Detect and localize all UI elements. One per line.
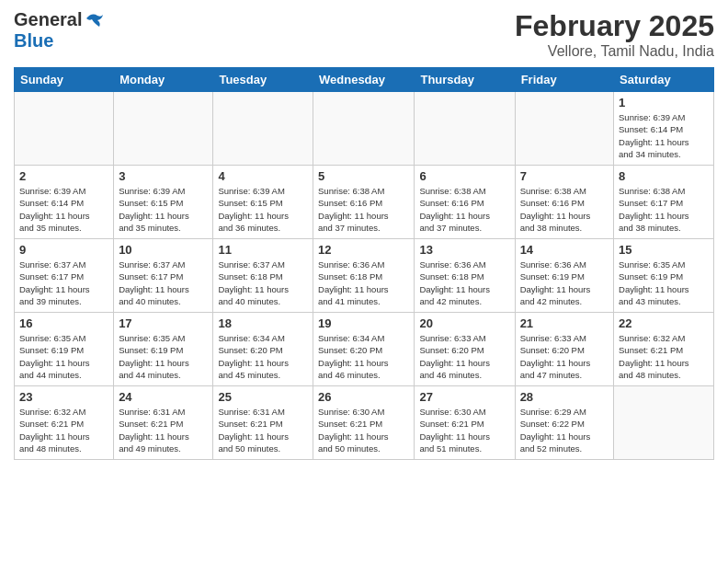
day-number: 17	[119, 316, 208, 330]
calendar-cell	[614, 386, 714, 460]
day-number: 23	[19, 390, 108, 404]
logo-text: General	[14, 9, 82, 30]
day-number: 21	[520, 316, 609, 330]
day-number: 26	[318, 390, 409, 404]
day-number: 5	[318, 169, 409, 183]
day-number: 18	[218, 316, 308, 330]
day-info: Sunrise: 6:36 AM Sunset: 6:18 PM Dayligh…	[318, 259, 409, 307]
calendar-cell: 22Sunrise: 6:32 AM Sunset: 6:21 PM Dayli…	[614, 313, 714, 386]
calendar-cell: 16Sunrise: 6:35 AM Sunset: 6:19 PM Dayli…	[15, 313, 114, 386]
day-info: Sunrise: 6:31 AM Sunset: 6:21 PM Dayligh…	[218, 406, 308, 454]
day-info: Sunrise: 6:31 AM Sunset: 6:21 PM Dayligh…	[119, 406, 208, 454]
day-info: Sunrise: 6:32 AM Sunset: 6:21 PM Dayligh…	[619, 332, 709, 381]
day-info: Sunrise: 6:36 AM Sunset: 6:19 PM Dayligh…	[520, 259, 609, 307]
day-number: 1	[619, 96, 709, 109]
calendar-cell: 1Sunrise: 6:39 AM Sunset: 6:14 PM Daylig…	[614, 92, 714, 166]
day-info: Sunrise: 6:39 AM Sunset: 6:14 PM Dayligh…	[19, 185, 108, 234]
day-info: Sunrise: 6:30 AM Sunset: 6:21 PM Dayligh…	[318, 406, 409, 454]
day-info: Sunrise: 6:30 AM Sunset: 6:21 PM Dayligh…	[419, 406, 509, 454]
calendar-cell: 17Sunrise: 6:35 AM Sunset: 6:19 PM Dayli…	[114, 313, 213, 386]
page-header: General Blue February 2025 Vellore, Tami…	[14, 9, 714, 60]
location-title: Vellore, Tamil Nadu, India	[515, 43, 714, 60]
day-number: 16	[19, 316, 108, 330]
day-number: 27	[419, 390, 509, 404]
title-section: February 2025 Vellore, Tamil Nadu, India	[515, 9, 714, 60]
calendar-week-row: 23Sunrise: 6:32 AM Sunset: 6:21 PM Dayli…	[15, 386, 714, 460]
day-info: Sunrise: 6:38 AM Sunset: 6:17 PM Dayligh…	[619, 185, 709, 234]
day-number: 9	[19, 243, 108, 257]
day-info: Sunrise: 6:36 AM Sunset: 6:18 PM Dayligh…	[419, 259, 509, 307]
calendar-cell: 18Sunrise: 6:34 AM Sunset: 6:20 PM Dayli…	[213, 313, 313, 386]
calendar-cell: 12Sunrise: 6:36 AM Sunset: 6:18 PM Dayli…	[313, 239, 415, 313]
weekday-header-sunday: Sunday	[15, 68, 114, 92]
calendar-cell: 15Sunrise: 6:35 AM Sunset: 6:19 PM Dayli…	[614, 239, 714, 313]
month-title: February 2025	[515, 9, 714, 43]
weekday-header-monday: Monday	[114, 68, 213, 92]
day-info: Sunrise: 6:37 AM Sunset: 6:17 PM Dayligh…	[119, 259, 208, 307]
logo: General Blue	[14, 9, 105, 52]
day-info: Sunrise: 6:38 AM Sunset: 6:16 PM Dayligh…	[318, 185, 409, 234]
calendar-cell	[515, 92, 613, 166]
weekday-header-friday: Friday	[515, 68, 613, 92]
day-info: Sunrise: 6:35 AM Sunset: 6:19 PM Dayligh…	[619, 259, 709, 307]
day-info: Sunrise: 6:37 AM Sunset: 6:17 PM Dayligh…	[19, 259, 108, 307]
calendar-cell: 9Sunrise: 6:37 AM Sunset: 6:17 PM Daylig…	[15, 239, 114, 313]
day-info: Sunrise: 6:38 AM Sunset: 6:16 PM Dayligh…	[419, 185, 509, 234]
calendar-cell: 28Sunrise: 6:29 AM Sunset: 6:22 PM Dayli…	[515, 386, 613, 460]
calendar-cell	[415, 92, 515, 166]
calendar-cell: 25Sunrise: 6:31 AM Sunset: 6:21 PM Dayli…	[213, 386, 313, 460]
calendar-header-row: SundayMondayTuesdayWednesdayThursdayFrid…	[15, 68, 714, 92]
calendar-cell: 2Sunrise: 6:39 AM Sunset: 6:14 PM Daylig…	[15, 166, 114, 239]
calendar-cell: 27Sunrise: 6:30 AM Sunset: 6:21 PM Dayli…	[415, 386, 515, 460]
day-number: 2	[19, 169, 108, 183]
weekday-header-saturday: Saturday	[614, 68, 714, 92]
calendar-cell: 3Sunrise: 6:39 AM Sunset: 6:15 PM Daylig…	[114, 166, 213, 239]
day-info: Sunrise: 6:32 AM Sunset: 6:21 PM Dayligh…	[19, 406, 108, 454]
day-number: 8	[619, 169, 709, 183]
day-info: Sunrise: 6:35 AM Sunset: 6:19 PM Dayligh…	[19, 332, 108, 381]
day-info: Sunrise: 6:33 AM Sunset: 6:20 PM Dayligh…	[520, 332, 609, 381]
calendar-cell: 13Sunrise: 6:36 AM Sunset: 6:18 PM Dayli…	[415, 239, 515, 313]
day-number: 12	[318, 243, 409, 257]
day-info: Sunrise: 6:34 AM Sunset: 6:20 PM Dayligh…	[218, 332, 308, 381]
day-number: 10	[119, 243, 208, 257]
calendar-cell: 10Sunrise: 6:37 AM Sunset: 6:17 PM Dayli…	[114, 239, 213, 313]
calendar-cell: 20Sunrise: 6:33 AM Sunset: 6:20 PM Dayli…	[415, 313, 515, 386]
calendar-cell	[114, 92, 213, 166]
day-number: 25	[218, 390, 308, 404]
calendar-cell: 7Sunrise: 6:38 AM Sunset: 6:16 PM Daylig…	[515, 166, 613, 239]
day-info: Sunrise: 6:37 AM Sunset: 6:18 PM Dayligh…	[218, 259, 308, 307]
weekday-header-thursday: Thursday	[415, 68, 515, 92]
day-number: 20	[419, 316, 509, 330]
day-info: Sunrise: 6:33 AM Sunset: 6:20 PM Dayligh…	[419, 332, 509, 381]
day-info: Sunrise: 6:34 AM Sunset: 6:20 PM Dayligh…	[318, 332, 409, 381]
day-info: Sunrise: 6:35 AM Sunset: 6:19 PM Dayligh…	[119, 332, 208, 381]
calendar-cell	[213, 92, 313, 166]
day-number: 13	[419, 243, 509, 257]
day-info: Sunrise: 6:39 AM Sunset: 6:15 PM Dayligh…	[218, 185, 308, 234]
calendar-cell: 5Sunrise: 6:38 AM Sunset: 6:16 PM Daylig…	[313, 166, 415, 239]
day-info: Sunrise: 6:39 AM Sunset: 6:15 PM Dayligh…	[119, 185, 208, 234]
day-number: 24	[119, 390, 208, 404]
day-info: Sunrise: 6:38 AM Sunset: 6:16 PM Dayligh…	[520, 185, 609, 234]
weekday-header-wednesday: Wednesday	[313, 68, 415, 92]
calendar-cell: 14Sunrise: 6:36 AM Sunset: 6:19 PM Dayli…	[515, 239, 613, 313]
weekday-header-tuesday: Tuesday	[213, 68, 313, 92]
calendar-cell: 24Sunrise: 6:31 AM Sunset: 6:21 PM Dayli…	[114, 386, 213, 460]
logo-blue-text: Blue	[14, 30, 53, 51]
calendar-cell: 8Sunrise: 6:38 AM Sunset: 6:17 PM Daylig…	[614, 166, 714, 239]
calendar-cell: 23Sunrise: 6:32 AM Sunset: 6:21 PM Dayli…	[15, 386, 114, 460]
calendar-week-row: 2Sunrise: 6:39 AM Sunset: 6:14 PM Daylig…	[15, 166, 714, 239]
day-number: 4	[218, 169, 308, 183]
calendar-week-row: 1Sunrise: 6:39 AM Sunset: 6:14 PM Daylig…	[15, 92, 714, 166]
calendar-cell: 6Sunrise: 6:38 AM Sunset: 6:16 PM Daylig…	[415, 166, 515, 239]
day-number: 28	[520, 390, 609, 404]
calendar-cell: 21Sunrise: 6:33 AM Sunset: 6:20 PM Dayli…	[515, 313, 613, 386]
calendar-cell	[313, 92, 415, 166]
day-number: 15	[619, 243, 709, 257]
day-number: 19	[318, 316, 409, 330]
day-number: 11	[218, 243, 308, 257]
calendar-week-row: 9Sunrise: 6:37 AM Sunset: 6:17 PM Daylig…	[15, 239, 714, 313]
calendar-cell: 11Sunrise: 6:37 AM Sunset: 6:18 PM Dayli…	[213, 239, 313, 313]
day-info: Sunrise: 6:29 AM Sunset: 6:22 PM Dayligh…	[520, 406, 609, 454]
